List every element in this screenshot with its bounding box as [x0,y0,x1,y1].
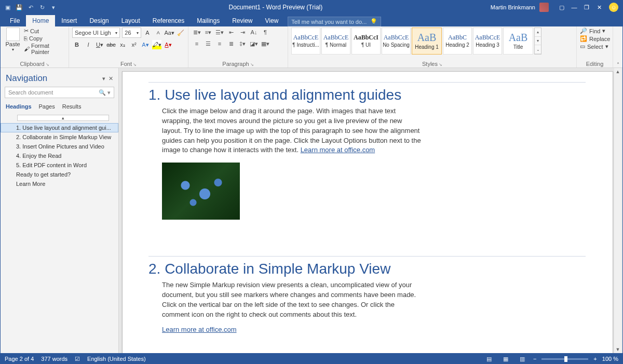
font-size-combo[interactable]: 26▾ [122,28,141,38]
collapse-ribbon-icon[interactable]: ˄ [613,26,622,68]
shading-icon[interactable]: ◪▾ [249,39,259,48]
tell-me-search[interactable]: Tell me what you want to do... 💡 [288,17,381,26]
nav-heading-item[interactable]: Ready to get started? [1,170,118,179]
nav-heading-item[interactable]: 1. Use live layout and alignment gui... [1,123,118,132]
nav-tab-headings[interactable]: Headings [6,103,32,110]
style-heading-3[interactable]: AaBbCcEHeading 3 [473,28,502,55]
nav-tab-pages[interactable]: Pages [39,103,55,110]
word-icon[interactable]: ▣ [4,3,12,11]
status-language[interactable]: English (United States) [87,356,146,362]
line-spacing-icon[interactable]: ‡▾ [237,39,248,48]
zoom-in-icon[interactable]: + [593,356,597,362]
vertical-scrollbar[interactable]: ▲▼ [614,68,621,353]
align-left-icon[interactable]: ≡ [192,39,202,48]
find-button[interactable]: 🔎Find ▾ [580,28,610,34]
clear-formatting-icon[interactable]: 🧹 [176,28,185,37]
styles-gallery[interactable]: AaBbCcE¶ Instructi...AaBbCcE¶ NormalAaBb… [291,28,573,55]
justify-icon[interactable]: ≣ [226,39,236,48]
styles-scroll-icon[interactable]: ▴ [535,28,541,37]
heading-1[interactable]: 1. Use live layout and alignment guides [148,82,586,103]
highlight-icon[interactable]: 🖍▾ [152,40,161,49]
show-marks-icon[interactable]: ¶ [260,28,270,37]
ribbon-options-icon[interactable]: ▢ [556,4,567,11]
cut-button[interactable]: ✂Cut [24,28,65,34]
multilevel-icon[interactable]: ☰▾ [214,28,225,37]
tab-design[interactable]: Design [83,15,115,26]
strikethrough-button[interactable]: abc [106,40,116,49]
learn-more-link-2[interactable]: Learn more at office.com [162,326,237,333]
zoom-slider[interactable] [541,358,588,360]
nav-close-icon[interactable]: ✕ [109,75,113,82]
grow-font-icon[interactable]: A [143,28,152,37]
tab-insert[interactable]: Insert [55,15,83,26]
styles-scroll-icon[interactable]: ⌄ [535,45,541,54]
change-case-icon[interactable]: Aa▾ [165,28,174,37]
borders-icon[interactable]: ▦▾ [260,39,270,48]
document-page[interactable]: 1. Use live layout and alignment guides … [122,71,613,353]
paragraph-2[interactable]: The new Simple Markup revision view pres… [162,280,422,319]
search-icon[interactable]: 🔍 [99,89,106,96]
heading-2[interactable]: 2. Collaborate in Simple Markup View [148,256,586,277]
proofing-icon[interactable]: ☑ [75,356,80,362]
align-right-icon[interactable]: ≡ [214,39,225,48]
status-page[interactable]: Page 2 of 4 [5,356,34,362]
replace-button[interactable]: 🔁Replace [580,35,610,42]
font-color-icon[interactable]: A▾ [164,40,173,49]
tab-review[interactable]: Review [226,15,259,26]
learn-more-link-1[interactable]: Learn more at office.com [301,146,375,154]
print-layout-icon[interactable]: ▦ [500,355,511,363]
read-mode-icon[interactable]: ▤ [483,355,495,363]
tab-mailings[interactable]: Mailings [191,15,226,26]
tab-layout[interactable]: Layout [115,15,146,26]
inline-image[interactable] [162,163,240,220]
dialog-launcher-icon[interactable]: ↘ [133,62,137,67]
align-center-icon[interactable]: ☰ [203,39,213,48]
qat-customize-icon[interactable]: ▾ [49,3,58,11]
style-heading-2[interactable]: AaBbCHeading 2 [443,28,472,55]
tab-file[interactable]: File [4,15,26,26]
tab-references[interactable]: References [146,15,191,26]
nav-tab-results[interactable]: Results [62,103,82,110]
nav-search-input[interactable]: Search document 🔍 ▾ [5,87,114,98]
paste-button[interactable]: Paste ▾ [4,28,22,55]
copy-button[interactable]: ⎘Copy [24,35,65,42]
account-area[interactable]: Martin Brinkmann ▢ — ❐ ✕ ☺ [491,3,622,12]
style-title[interactable]: AaBTitle [503,28,533,55]
select-button[interactable]: ▭Select ▾ [580,43,610,50]
web-layout-icon[interactable]: ▥ [517,355,528,363]
zoom-level[interactable]: 100 % [602,356,618,362]
nav-heading-item[interactable]: 3. Insert Online Pictures and Video [1,142,118,151]
nav-jump-bar[interactable]: ▴ [17,115,109,121]
zoom-out-icon[interactable]: − [533,356,536,362]
superscript-button[interactable]: x² [129,40,139,49]
nav-heading-item[interactable]: 4. Enjoy the Read [1,151,118,160]
format-painter-button[interactable]: 🖌Format Painter [24,43,65,55]
dialog-launcher-icon[interactable]: ↘ [250,62,254,67]
nav-heading-item[interactable]: 2. Collaborate in Simple Markup View [1,132,118,142]
save-icon[interactable]: 💾 [15,3,23,11]
status-word-count[interactable]: 377 words [41,356,67,362]
numbering-icon[interactable]: ≡▾ [203,28,213,37]
sort-icon[interactable]: A↓ [249,28,259,37]
minimize-icon[interactable]: — [568,4,580,11]
nav-heading-item[interactable]: Learn More [1,179,118,188]
bullets-icon[interactable]: ≣▾ [192,28,202,37]
decrease-indent-icon[interactable]: ⇤ [226,28,236,37]
style---instructi---[interactable]: AaBbCcE¶ Instructi... [291,28,320,55]
text-effects-icon[interactable]: A▾ [141,40,150,49]
shrink-font-icon[interactable]: A [154,28,162,37]
dialog-launcher-icon[interactable]: ↘ [46,62,49,67]
style---normal[interactable]: AaBbCcE¶ Normal [321,28,350,55]
tab-view[interactable]: View [259,15,285,26]
nav-dropdown-icon[interactable]: ▾ [102,75,105,82]
underline-button[interactable]: U▾ [95,40,104,49]
document-area[interactable]: 1. Use live layout and alignment guides … [119,68,622,353]
style-heading-1[interactable]: AaBHeading 1 [412,28,442,55]
font-name-combo[interactable]: Segoe UI Ligh▾ [72,28,120,38]
styles-scroll-icon[interactable]: ▾ [535,37,541,46]
redo-icon[interactable]: ↻ [38,3,46,11]
feedback-smiley-icon[interactable]: ☺ [609,3,618,12]
style---ui[interactable]: AaBbCcI¶ UI [351,28,381,55]
italic-button[interactable]: I [84,40,93,49]
style-no-spacing[interactable]: AaBbCcENo Spacing [382,28,411,55]
